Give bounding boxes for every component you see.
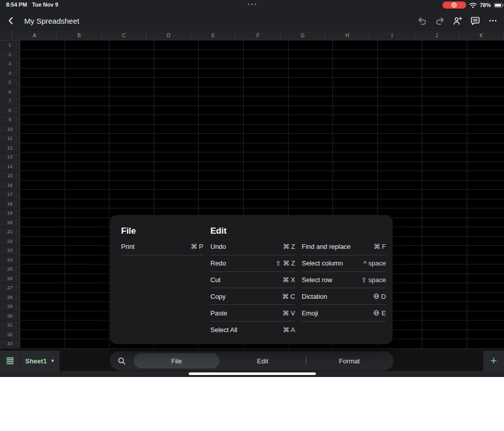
- cell-K32[interactable]: [467, 330, 504, 340]
- cell-A10[interactable]: [20, 125, 65, 134]
- cell-C12[interactable]: [109, 143, 154, 153]
- cell-K20[interactable]: [467, 218, 504, 228]
- cell-G9[interactable]: [289, 115, 333, 125]
- cell-J26[interactable]: [422, 274, 467, 284]
- row-header-21[interactable]: 21: [0, 227, 20, 237]
- cell-H14[interactable]: [333, 162, 378, 172]
- cell-F4[interactable]: [244, 69, 289, 78]
- cell-A24[interactable]: [20, 255, 65, 265]
- cell-D15[interactable]: [154, 171, 199, 181]
- cell-J3[interactable]: [422, 59, 467, 69]
- cell-D5[interactable]: [154, 78, 199, 87]
- cell-J32[interactable]: [422, 330, 467, 340]
- cell-A23[interactable]: [20, 246, 65, 255]
- cell-G4[interactable]: [289, 69, 333, 78]
- cell-C10[interactable]: [109, 125, 154, 134]
- cell-J2[interactable]: [422, 50, 467, 60]
- cell-I1[interactable]: [378, 40, 423, 50]
- cell-D6[interactable]: [154, 87, 199, 97]
- cell-C6[interactable]: [109, 87, 154, 97]
- cell-A13[interactable]: [20, 152, 65, 162]
- cell-A9[interactable]: [20, 115, 65, 125]
- cell-C15[interactable]: [109, 171, 154, 181]
- cell-F14[interactable]: [244, 162, 289, 172]
- cell-B28[interactable]: [65, 293, 110, 302]
- cell-K7[interactable]: [467, 96, 504, 106]
- cell-B5[interactable]: [65, 78, 110, 87]
- cell-A19[interactable]: [20, 208, 65, 218]
- cell-B8[interactable]: [65, 106, 110, 116]
- cell-B22[interactable]: [65, 237, 110, 246]
- cell-J11[interactable]: [422, 134, 467, 143]
- select-all-corner[interactable]: [0, 31, 12, 40]
- row-header-2[interactable]: 2: [0, 50, 20, 60]
- cell-A31[interactable]: [20, 320, 65, 330]
- cell-C1[interactable]: [109, 40, 154, 50]
- sheet-selector[interactable]: Sheet1 ▼: [25, 357, 55, 365]
- cell-B29[interactable]: [65, 302, 110, 311]
- cell-F10[interactable]: [244, 125, 289, 134]
- cell-G16[interactable]: [289, 181, 333, 190]
- row-header-27[interactable]: 27: [0, 283, 20, 293]
- cell-B31[interactable]: [65, 320, 110, 330]
- cell-F3[interactable]: [244, 59, 289, 69]
- cell-D4[interactable]: [154, 69, 199, 78]
- cell-K17[interactable]: [467, 190, 504, 199]
- cell-J21[interactable]: [422, 227, 467, 237]
- column-header-C[interactable]: C: [102, 31, 147, 40]
- cell-C5[interactable]: [109, 78, 154, 87]
- cell-B10[interactable]: [65, 125, 110, 134]
- multitasking-indicator[interactable]: [0, 4, 504, 5]
- cell-E9[interactable]: [199, 115, 244, 125]
- row-header-28[interactable]: 28: [0, 293, 20, 302]
- cell-A22[interactable]: [20, 237, 65, 246]
- cell-C11[interactable]: [109, 134, 154, 143]
- cell-K3[interactable]: [467, 59, 504, 69]
- cell-B16[interactable]: [65, 181, 110, 190]
- cell-A16[interactable]: [20, 181, 65, 190]
- sheet-list-button[interactable]: [0, 351, 20, 371]
- cell-A6[interactable]: [20, 87, 65, 97]
- comments-button[interactable]: [470, 16, 480, 26]
- cell-B27[interactable]: [65, 283, 110, 293]
- cell-A30[interactable]: [20, 311, 65, 321]
- cell-J1[interactable]: [422, 40, 467, 50]
- cell-A20[interactable]: [20, 218, 65, 228]
- cell-H7[interactable]: [333, 96, 378, 106]
- cell-K19[interactable]: [467, 208, 504, 218]
- cell-A8[interactable]: [20, 106, 65, 116]
- row-header-33[interactable]: 33: [0, 339, 20, 349]
- row-header-22[interactable]: 22: [0, 237, 20, 246]
- tab-format[interactable]: Format: [306, 351, 393, 370]
- row-header-7[interactable]: 7: [0, 96, 20, 106]
- cell-B7[interactable]: [65, 96, 110, 106]
- row-header-6[interactable]: 6: [0, 87, 20, 97]
- cell-B23[interactable]: [65, 246, 110, 255]
- cell-I10[interactable]: [378, 125, 423, 134]
- cell-B21[interactable]: [65, 227, 110, 237]
- back-button[interactable]: [0, 10, 22, 31]
- row-header-26[interactable]: 26: [0, 274, 20, 284]
- cell-J33[interactable]: [422, 339, 467, 349]
- row-header-10[interactable]: 10: [0, 125, 20, 134]
- cell-D16[interactable]: [154, 181, 199, 190]
- cell-G12[interactable]: [289, 143, 333, 153]
- cell-K27[interactable]: [467, 283, 504, 293]
- cell-B13[interactable]: [65, 152, 110, 162]
- cell-B14[interactable]: [65, 162, 110, 172]
- row-header-4[interactable]: 4: [0, 69, 20, 78]
- cell-J8[interactable]: [422, 106, 467, 116]
- cell-F2[interactable]: [244, 50, 289, 60]
- cell-G5[interactable]: [289, 78, 333, 87]
- cell-I3[interactable]: [378, 59, 423, 69]
- cell-E15[interactable]: [199, 171, 244, 181]
- cell-H4[interactable]: [333, 69, 378, 78]
- cell-I15[interactable]: [378, 171, 423, 181]
- cell-I5[interactable]: [378, 78, 423, 87]
- row-header-23[interactable]: 23: [0, 246, 20, 255]
- tab-file[interactable]: File: [134, 353, 219, 368]
- cell-I7[interactable]: [378, 96, 423, 106]
- cell-J12[interactable]: [422, 143, 467, 153]
- cell-F11[interactable]: [244, 134, 289, 143]
- cell-F8[interactable]: [244, 106, 289, 116]
